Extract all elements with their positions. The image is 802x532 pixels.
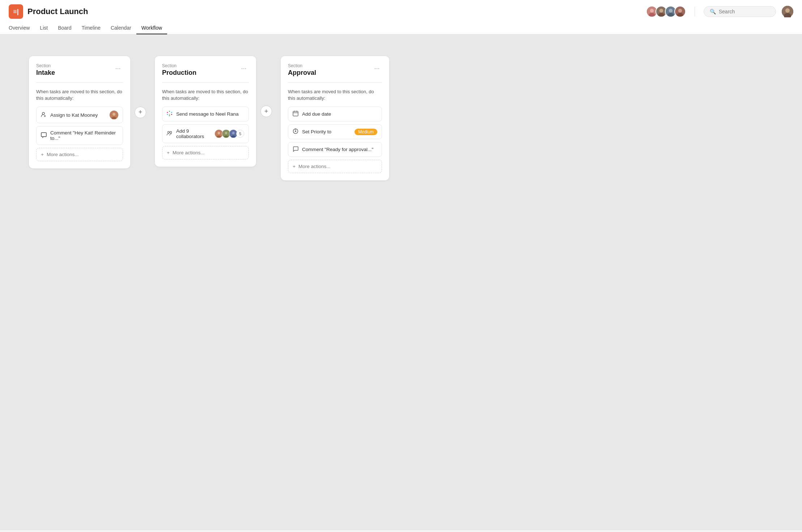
more-actions-production[interactable]: + More actions...: [162, 146, 249, 159]
more-actions-approval-label: More actions...: [298, 164, 331, 169]
main-content: Section Intake … When tasks are moved to…: [0, 34, 802, 530]
comment-intake-label: Comment "Hey Kat! Reminder to...": [50, 130, 118, 141]
section-label-production: Section: [162, 63, 196, 68]
svg-point-44: [295, 130, 296, 132]
collaborators-label: Add 9 collaborators: [176, 128, 211, 139]
section-desc-production: When tasks are moved to this section, do…: [162, 89, 249, 102]
tab-overview[interactable]: Overview: [9, 22, 35, 34]
svg-point-10: [678, 9, 682, 13]
section-label-intake: Section: [36, 63, 55, 68]
svg-point-1: [650, 9, 654, 13]
comment-icon-approval: [293, 146, 298, 153]
svg-point-13: [785, 8, 790, 13]
action-add-due-date[interactable]: Add due date: [288, 107, 382, 121]
user-avatar[interactable]: [782, 6, 793, 17]
svg-rect-24: [171, 112, 172, 113]
comment-approval-label: Comment "Ready for approval...": [302, 147, 377, 152]
svg-point-15: [42, 112, 44, 115]
nav-tabs: Overview List Board Timeline Calendar Wo…: [9, 22, 793, 34]
calendar-icon: [293, 111, 298, 117]
assign-person-icon: [41, 112, 47, 119]
svg-rect-22: [169, 111, 170, 112]
section-title-intake: Section Intake: [36, 63, 55, 77]
svg-rect-19: [41, 133, 46, 137]
section-header-production: Section Production …: [162, 63, 249, 77]
more-actions-approval[interactable]: + More actions...: [288, 160, 382, 173]
more-actions-production-label: More actions...: [173, 150, 205, 155]
header-top: ≡| Product Launch: [9, 0, 793, 22]
action-assign-kat[interactable]: Assign to Kat Mooney: [36, 107, 123, 123]
search-input[interactable]: [719, 9, 770, 14]
section-title-production: Section Production: [162, 63, 196, 77]
more-actions-intake-label: More actions...: [47, 152, 79, 157]
tab-list[interactable]: List: [35, 22, 53, 34]
plus-icon-intake: +: [41, 152, 44, 157]
action-set-priority[interactable]: Set Priority to Medium: [288, 124, 382, 139]
add-section-after-production[interactable]: +: [260, 106, 272, 117]
section-card-approval: Section Approval … When tasks are moved …: [281, 56, 389, 180]
tab-timeline[interactable]: Timeline: [77, 22, 106, 34]
svg-point-29: [170, 131, 172, 133]
action-slack-message[interactable]: Send message to Neel Rana: [162, 107, 249, 121]
team-avatars: [646, 6, 686, 17]
header-divider: [695, 7, 695, 17]
section-divider-intake: [36, 82, 123, 83]
plus-icon-production: +: [167, 150, 170, 155]
section-divider-production: [162, 82, 249, 83]
header: ≡| Product Launch: [0, 0, 802, 34]
svg-rect-23: [169, 114, 170, 115]
priority-icon: [293, 128, 298, 135]
action-add-collaborators[interactable]: Add 9 collaborators: [162, 124, 249, 143]
svg-point-7: [669, 9, 673, 13]
header-right: 🔍: [646, 6, 793, 17]
tab-workflow[interactable]: Workflow: [136, 22, 167, 34]
search-box[interactable]: 🔍: [704, 6, 776, 17]
people-icon: [167, 130, 173, 137]
section-header-intake: Section Intake …: [36, 63, 123, 77]
svg-rect-25: [171, 114, 172, 115]
svg-rect-26: [169, 115, 170, 116]
section-desc-intake: When tasks are moved to this section, do…: [36, 89, 123, 102]
action-comment-approval[interactable]: Comment "Ready for approval...": [288, 142, 382, 157]
plus-icon-approval: +: [293, 164, 296, 169]
approval-section-wrapper: Section Approval … When tasks are moved …: [281, 56, 389, 180]
add-section-after-intake[interactable]: +: [135, 107, 146, 118]
section-menu-approval[interactable]: …: [372, 63, 382, 71]
collab-count-badge: 5: [236, 130, 244, 138]
header-left: ≡| Product Launch: [9, 4, 88, 19]
slack-message-label: Send message to Neel Rana: [176, 111, 244, 117]
section-divider-approval: [288, 82, 382, 83]
more-actions-intake[interactable]: + More actions...: [36, 148, 123, 161]
search-icon: 🔍: [710, 9, 716, 14]
svg-point-4: [659, 9, 663, 13]
section-menu-intake[interactable]: …: [113, 63, 123, 71]
section-card-intake: Section Intake … When tasks are moved to…: [29, 56, 130, 168]
sections-container: Section Intake … When tasks are moved to…: [29, 56, 773, 180]
slack-icon: [167, 111, 173, 117]
section-card-production: Section Production … When tasks are move…: [155, 56, 256, 167]
svg-point-34: [225, 132, 228, 134]
section-name-approval: Approval: [288, 69, 316, 77]
production-section-wrapper: Section Production … When tasks are move…: [155, 56, 272, 167]
comment-icon-intake: [41, 132, 47, 139]
collaborator-avatars: 5: [215, 129, 244, 138]
tab-calendar[interactable]: Calendar: [106, 22, 136, 34]
avatar-4[interactable]: [674, 6, 686, 17]
assign-kat-label: Assign to Kat Mooney: [50, 112, 106, 118]
intake-section-wrapper: Section Intake … When tasks are moved to…: [29, 56, 146, 168]
svg-point-31: [218, 132, 220, 134]
tab-board[interactable]: Board: [53, 22, 76, 34]
svg-rect-39: [293, 111, 298, 116]
section-name-production: Production: [162, 69, 196, 77]
section-name-intake: Intake: [36, 69, 55, 77]
svg-point-37: [232, 132, 235, 134]
svg-point-28: [168, 131, 170, 133]
svg-point-17: [113, 113, 115, 116]
section-header-approval: Section Approval …: [288, 63, 382, 77]
section-menu-production[interactable]: …: [239, 63, 249, 71]
add-due-date-label: Add due date: [302, 111, 377, 117]
section-title-approval: Section Approval: [288, 63, 316, 77]
section-desc-approval: When tasks are moved to this section, do…: [288, 89, 382, 102]
action-comment-intake[interactable]: Comment "Hey Kat! Reminder to...": [36, 126, 123, 145]
project-title: Product Launch: [27, 7, 88, 16]
